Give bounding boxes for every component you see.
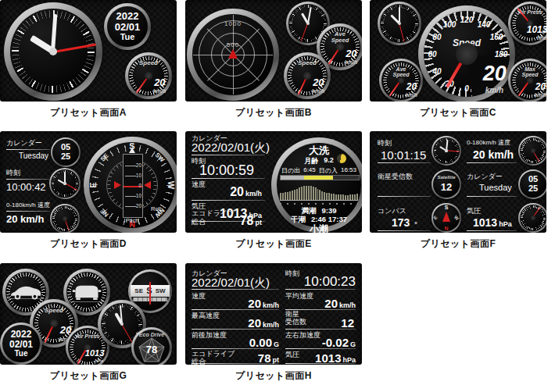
row-value: 12 (341, 316, 356, 330)
radar-range-inner: 500 (227, 41, 239, 48)
date-day: 25 (61, 152, 70, 162)
day-of-week: Tuesday (19, 151, 48, 160)
speed-mini-gauge (50, 204, 80, 233)
satellite-badge: Satellite (431, 175, 461, 180)
compass-s: S (445, 205, 449, 210)
row-value: 0.00G (249, 336, 279, 349)
max-speed-gauge: Max Speed 20 km/h (508, 59, 546, 102)
radar-arrow-icon (228, 49, 238, 59)
gauge-unit: km/h (312, 88, 324, 94)
speedo-tick: 40 (432, 67, 441, 76)
speed-label: 0-180km/h 速度 (467, 139, 510, 146)
car-side-icon (9, 285, 42, 301)
sunrise-value: 6:45 (303, 166, 316, 175)
compass-w: W (166, 181, 176, 189)
compass-mini-dial: S N E W (431, 203, 461, 233)
row-label: 前後加速度 (192, 331, 227, 339)
preset-screens-grid: 2022 02/01 Tue Speed 20 km/h プリセット画面A 10… (0, 0, 555, 392)
gauge-unit: hPa (537, 35, 546, 41)
moon-age-label: 月齢 (304, 156, 318, 166)
caption-c: プリセット画面C (370, 106, 546, 119)
speed-gauge: Speed 20 km/h (284, 52, 331, 99)
eco-drive-dial: Eco Drive 78 (131, 327, 172, 365)
preset-panel-e: カレンダー 2022/02/01(火) 時刻 10:00:59 速度 20km/… (185, 131, 362, 233)
compass-needle-icon (442, 212, 450, 222)
speed-value: 20 km/h (6, 213, 44, 225)
gauge-unit: km/h (345, 59, 357, 65)
analog-clock (49, 168, 81, 199)
pressure-mini-gauge (518, 203, 546, 233)
gauge-label: Speed (30, 308, 78, 315)
caption-h: プリセット画面H (185, 369, 362, 383)
ribbon-lubber-line (149, 282, 151, 305)
daylight-bar (280, 175, 360, 180)
caption-a: プリセット画面A (0, 106, 177, 119)
date-dial: 05 25 (518, 169, 546, 199)
pitch-scale: 0 (138, 183, 141, 188)
day-of-week: Tuesday (479, 183, 512, 192)
time-label: 時刻 (6, 169, 20, 176)
calendar-label: カレンダー (467, 173, 503, 180)
date-dial: 2022 02/01 Tue (0, 323, 42, 365)
date-dial: 2022 02/01 Tue (104, 3, 151, 50)
row-label: 気圧 (285, 351, 299, 358)
gauge-value: 20 (535, 81, 546, 92)
date-dial: 05 25 (51, 137, 81, 167)
speedo-tick: 180 (495, 50, 508, 59)
analog-clock (378, 2, 421, 45)
date-year: 2022 (116, 11, 139, 22)
row-label: 時刻 (285, 269, 299, 277)
gauge-label: Speed (125, 60, 172, 67)
calendar-value: 2022/02/01(火) (192, 141, 270, 155)
pitch-label: Pitch (123, 217, 141, 224)
sunrise-label: 日の出 (281, 166, 300, 175)
row-value: 20km/h (324, 297, 356, 310)
sunset-value: 16:53 (341, 166, 356, 175)
pitch-scale: 20 (136, 162, 141, 168)
preset-panel-d: カレンダー Tuesday 05 25 時刻 10:00:42 0-180km/… (0, 131, 177, 233)
gauge-value: 20 (346, 48, 356, 59)
calendar-label: カレンダー (6, 139, 42, 147)
speed-label: 速度 (192, 180, 206, 188)
caption-b: プリセット画面B (185, 106, 362, 119)
gauge-label: Ave Speed (317, 31, 362, 44)
compass-label: コンパス (378, 207, 406, 215)
date-dow: Tue (120, 33, 135, 42)
row-label: 左右加速度 (285, 331, 320, 339)
time-value: 10:00:59 (199, 162, 254, 179)
row-label: 最高速度 (192, 312, 220, 319)
caption-g: プリセット画面G (0, 369, 177, 383)
date-md: 02/01 (115, 22, 141, 33)
preset-panel-g: SE S SW Speed 20 km/h 2022 02/01 Tue Air… (0, 263, 177, 365)
gauge-label: Max Speed (508, 66, 546, 78)
pressure-value: 1013hPa (473, 216, 512, 229)
preset-panel-f: 時刻 10:01:15 0-180km/h 速度 20 km/h 衛星受信数 S… (370, 131, 546, 233)
pitch-scale: 10 (136, 173, 141, 178)
moon-icon (337, 154, 346, 163)
gauge-label: Air Press (508, 9, 546, 16)
sunset-label: 日の入 (319, 166, 338, 175)
compass-e: E (88, 182, 98, 187)
speedo-tick: 140 (478, 20, 491, 29)
row-value: 20km/h (248, 297, 279, 310)
gauge-value: 20 (154, 77, 165, 88)
gauge-unit: km/h (406, 92, 417, 98)
gauge-unit: km/h (153, 88, 166, 94)
row-value: 20km/h (248, 316, 279, 330)
row-value: -0.02G (322, 336, 356, 349)
roll-label: Roll (151, 205, 161, 212)
speedo-tick: 60 (428, 50, 436, 59)
pitch-scale: 10 (136, 193, 141, 198)
gauge-value: 20 (313, 77, 324, 88)
tide-dial: 大洗 月齢 9.2 日の出 6:45 日の入 16:53 満潮 9:39 干潮 … (271, 137, 362, 233)
time-value: 10:01:15 (381, 148, 426, 162)
speed-value: 20 km/h (473, 148, 514, 161)
preset-panel-b: 1000 500 Ave Speed 20 km/h Speed 20 km/h (185, 0, 362, 102)
speed-value: 20km/h (230, 185, 262, 199)
radar-scope: 1000 500 (187, 9, 279, 101)
row-label: 衛星 受信数 (285, 310, 306, 326)
radar-range-outer: 1000 (224, 20, 242, 27)
gauge-label: Speed (284, 60, 331, 67)
eco-value: 78pt (240, 214, 262, 228)
ave-speed-gauge: Ave Speed 20 km/h (379, 59, 423, 102)
